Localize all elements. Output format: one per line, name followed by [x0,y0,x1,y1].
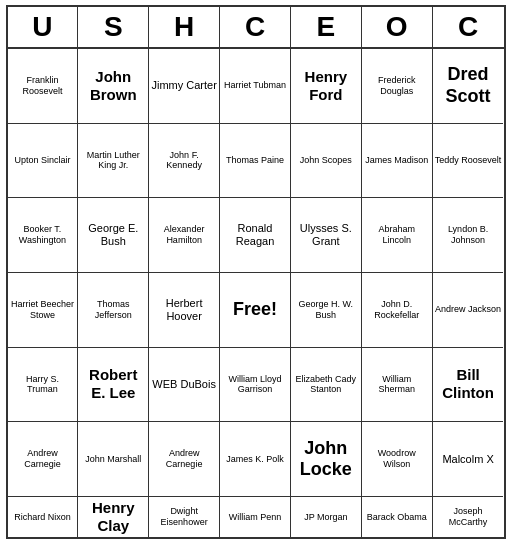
cell-2-6: Lyndon B. Johnson [433,198,504,273]
cell-4-6: Bill Clinton [433,348,504,423]
cell-1-4: John Scopes [291,124,362,199]
header-letter: S [78,7,149,47]
cell-3-0: Harriet Beecher Stowe [8,273,79,348]
cell-3-1: Thomas Jefferson [78,273,149,348]
bingo-card: USHCEOC Franklin RooseveltJohn BrownJimm… [6,5,506,539]
bingo-header: USHCEOC [8,7,504,49]
cell-5-1: John Marshall [78,422,149,497]
cell-0-6: Dred Scott [433,49,504,124]
cell-6-1: Henry Clay [78,497,149,537]
header-letter: H [149,7,220,47]
cell-3-4: George H. W. Bush [291,273,362,348]
cell-1-0: Upton Sinclair [8,124,79,199]
cell-5-5: Woodrow Wilson [362,422,433,497]
cell-4-3: William Lloyd Garrison [220,348,291,423]
cell-6-4: JP Morgan [291,497,362,537]
cell-1-1: Martin Luther King Jr. [78,124,149,199]
cell-0-1: John Brown [78,49,149,124]
cell-4-5: William Sherman [362,348,433,423]
cell-4-0: Harry S. Truman [8,348,79,423]
cell-2-3: Ronald Reagan [220,198,291,273]
cell-1-5: James Madison [362,124,433,199]
cell-0-2: Jimmy Carter [149,49,220,124]
cell-2-4: Ulysses S. Grant [291,198,362,273]
cell-1-6: Teddy Roosevelt [433,124,504,199]
cell-0-0: Franklin Roosevelt [8,49,79,124]
cell-6-0: Richard Nixon [8,497,79,537]
cell-6-5: Barack Obama [362,497,433,537]
header-letter: O [362,7,433,47]
bingo-grid: Franklin RooseveltJohn BrownJimmy Carter… [8,49,504,537]
cell-3-2: Herbert Hoover [149,273,220,348]
cell-5-2: Andrew Carnegie [149,422,220,497]
header-letter: E [291,7,362,47]
cell-2-1: George E. Bush [78,198,149,273]
cell-2-2: Alexander Hamilton [149,198,220,273]
cell-6-2: Dwight Eisenhower [149,497,220,537]
header-letter: U [8,7,79,47]
cell-3-5: John D. Rockefellar [362,273,433,348]
cell-5-6: Malcolm X [433,422,504,497]
cell-2-0: Booker T. Washington [8,198,79,273]
cell-5-3: James K. Polk [220,422,291,497]
cell-1-2: John F. Kennedy [149,124,220,199]
cell-5-4: John Locke [291,422,362,497]
cell-2-5: Abraham Lincoln [362,198,433,273]
cell-1-3: Thomas Paine [220,124,291,199]
cell-5-0: Andrew Carnegie [8,422,79,497]
cell-3-3: Free! [220,273,291,348]
header-letter: C [433,7,504,47]
cell-3-6: Andrew Jackson [433,273,504,348]
cell-6-6: Joseph McCarthy [433,497,504,537]
cell-4-2: WEB DuBois [149,348,220,423]
cell-4-4: Elizabeth Cady Stanton [291,348,362,423]
cell-0-3: Harriet Tubman [220,49,291,124]
header-letter: C [220,7,291,47]
cell-4-1: Robert E. Lee [78,348,149,423]
cell-6-3: William Penn [220,497,291,537]
cell-0-4: Henry Ford [291,49,362,124]
cell-0-5: Frederick Douglas [362,49,433,124]
